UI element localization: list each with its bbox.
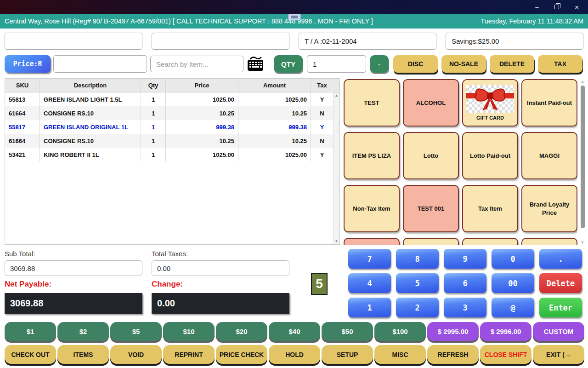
product-button-brand-loyalty-price[interactable]: Brand Loyalty Price bbox=[521, 185, 577, 232]
numpad-key-1[interactable]: 1 bbox=[348, 298, 391, 317]
product-button-blank[interactable] bbox=[403, 238, 459, 245]
column-header-price[interactable]: Price bbox=[166, 79, 238, 92]
cell-amount: 10.25 bbox=[238, 134, 311, 148]
product-button-item-ps-liza[interactable]: ITEM PS LIZA bbox=[344, 132, 400, 179]
product-button-tax-item[interactable]: Tax Item bbox=[462, 185, 518, 232]
action-button-exit[interactable]: EXIT(→ bbox=[533, 345, 584, 364]
numpad-key-00[interactable]: 00 bbox=[492, 273, 534, 293]
restore-icon[interactable] bbox=[554, 5, 559, 9]
grid-scroll-thumb[interactable] bbox=[581, 86, 585, 228]
column-header-sku[interactable]: SKU bbox=[5, 79, 40, 92]
product-label: GIFT CARD bbox=[476, 115, 504, 121]
denom-button-50[interactable]: $50 bbox=[322, 322, 373, 341]
denom-button-2995-00[interactable]: $ 2995.00 bbox=[427, 322, 479, 341]
cell-description: CONSIGNE RS.10 bbox=[40, 106, 141, 120]
action-button-setup[interactable]: SETUP bbox=[322, 345, 373, 364]
table-row[interactable]: 53421KING ROBERT II 1L11025.001025.00Y bbox=[5, 148, 339, 161]
denom-button-1[interactable]: $1 bbox=[5, 322, 56, 341]
numpad-key-[interactable]: . bbox=[539, 249, 582, 269]
no-sale-button[interactable]: NO-SALE bbox=[441, 55, 486, 73]
action-button-close-shift[interactable]: CLOSE SHIFT bbox=[480, 345, 531, 364]
denom-button-2[interactable]: $2 bbox=[57, 322, 109, 341]
cell-description: GREEN ISLAND ORIGINAL 1L bbox=[40, 120, 141, 134]
product-button-maggi[interactable]: MAGGI bbox=[521, 132, 577, 179]
table-row[interactable]: 61664CONSIGNE RS.10110.2510.25N bbox=[5, 106, 339, 120]
denom-button-20[interactable]: $20 bbox=[216, 322, 267, 341]
numpad-key-[interactable]: @ bbox=[492, 298, 534, 317]
transaction-field[interactable] bbox=[299, 33, 436, 50]
table-row[interactable]: 55813GREEN ISLAND LIGHT 1.5L11025.001025… bbox=[5, 92, 339, 106]
action-button-price-check[interactable]: PRICE CHECK bbox=[216, 345, 267, 364]
denom-button-100[interactable]: $100 bbox=[374, 322, 426, 341]
grid-scroll-up-icon[interactable]: ▲ bbox=[581, 79, 585, 84]
table-row[interactable]: 61664CONSIGNE RS.10110.2510.25N bbox=[5, 134, 339, 148]
disc-button[interactable]: DISC bbox=[393, 55, 438, 73]
price-mode-button[interactable]: Price:R bbox=[5, 55, 51, 73]
search-input[interactable] bbox=[150, 56, 243, 72]
sub-total-field[interactable] bbox=[5, 260, 142, 276]
numpad-key-5[interactable]: 5 bbox=[396, 273, 439, 293]
action-button-hold[interactable]: HOLD bbox=[269, 345, 320, 364]
product-button-test[interactable]: TEST bbox=[344, 79, 400, 126]
cell-sku: 61664 bbox=[5, 134, 40, 148]
grid-scrollbar[interactable]: ▲ ▼ bbox=[580, 79, 585, 245]
denom-button-2996-00[interactable]: $ 2996.00 bbox=[480, 322, 531, 341]
sale-items-table: SKUDescriptionQtyPriceAmountTax 55813GRE… bbox=[5, 78, 340, 245]
denom-button-5[interactable]: $5 bbox=[110, 322, 162, 341]
action-button-reprint[interactable]: REPRINT bbox=[163, 345, 215, 364]
product-button-lotto-paid-out[interactable]: Lotto Paid-out bbox=[462, 132, 518, 179]
minus-button[interactable]: - bbox=[370, 55, 389, 73]
column-header-description[interactable]: Description bbox=[40, 79, 141, 92]
numpad-key-9[interactable]: 9 bbox=[444, 249, 486, 269]
column-header-tax[interactable]: Tax bbox=[311, 79, 333, 92]
close-icon[interactable]: × bbox=[575, 4, 579, 11]
price-input[interactable] bbox=[53, 55, 147, 73]
action-button-void[interactable]: VOID bbox=[110, 345, 162, 364]
numpad-key-enter[interactable]: Enter bbox=[539, 298, 582, 317]
mini-toolbar-widget[interactable] bbox=[288, 14, 301, 20]
scroll-down-icon[interactable]: ▼ bbox=[335, 239, 339, 243]
minimize-icon[interactable]: − bbox=[535, 4, 539, 11]
action-button-refresh[interactable]: REFRESH bbox=[427, 345, 479, 364]
column-header-qty[interactable]: Qty bbox=[141, 79, 166, 92]
product-button-blank[interactable] bbox=[521, 238, 577, 245]
product-button-lotto[interactable]: Lotto bbox=[403, 132, 459, 179]
numpad-key-delete[interactable]: Delete bbox=[539, 273, 582, 293]
product-button-non-tax-item[interactable]: Non-Tax Item bbox=[344, 185, 400, 232]
action-row: CHECK OUTITEMSVOIDREPRINTPRICE CHECKHOLD… bbox=[5, 345, 584, 364]
qty-input[interactable] bbox=[307, 55, 366, 73]
action-button-items[interactable]: ITEMS bbox=[57, 345, 109, 364]
savings-field[interactable] bbox=[446, 33, 583, 50]
numpad-key-8[interactable]: 8 bbox=[396, 249, 439, 269]
product-button-alcohol[interactable]: ALCOHOL bbox=[403, 79, 459, 126]
action-button-check-out[interactable]: CHECK OUT bbox=[5, 345, 56, 364]
product-button-blank[interactable] bbox=[344, 238, 400, 245]
customer-field-2[interactable] bbox=[152, 33, 289, 50]
customer-field-1[interactable] bbox=[5, 33, 142, 50]
grid-scroll-down-icon[interactable]: ▼ bbox=[581, 240, 585, 245]
denom-button-10[interactable]: $10 bbox=[163, 322, 215, 341]
total-taxes-field[interactable] bbox=[152, 260, 289, 276]
scroll-up-icon[interactable]: ▲ bbox=[335, 93, 339, 98]
numpad-key-4[interactable]: 4 bbox=[348, 273, 391, 293]
product-button-instant-paid-out[interactable]: Instant Paid-out bbox=[521, 79, 577, 126]
keyboard-icon[interactable] bbox=[247, 56, 264, 72]
action-button-misc[interactable]: MISC bbox=[374, 345, 426, 364]
cell-sku: 55817 bbox=[5, 120, 40, 134]
numpad-key-7[interactable]: 7 bbox=[348, 249, 391, 269]
product-button-blank[interactable] bbox=[462, 238, 518, 245]
numpad-key-2[interactable]: 2 bbox=[396, 298, 439, 317]
numpad-key-3[interactable]: 3 bbox=[444, 298, 486, 317]
product-button-test-001[interactable]: TEST 001 bbox=[403, 185, 459, 232]
numpad-key-6[interactable]: 6 bbox=[444, 273, 486, 293]
product-button-gift-card[interactable]: GIFT CARD bbox=[462, 79, 518, 126]
denom-button-custom[interactable]: CUSTOM bbox=[533, 322, 584, 341]
tax-button[interactable]: TAX bbox=[538, 55, 582, 73]
denom-button-40[interactable]: $40 bbox=[269, 322, 320, 341]
delete-line-button[interactable]: DELETE bbox=[490, 55, 534, 73]
numpad-key-0[interactable]: 0 bbox=[492, 249, 534, 269]
column-header-amount[interactable]: Amount bbox=[238, 79, 311, 92]
table-scrollbar[interactable]: ▲ ▼ bbox=[333, 92, 339, 244]
table-row[interactable]: 55817GREEN ISLAND ORIGINAL 1L1999.38999.… bbox=[5, 120, 339, 134]
qty-button[interactable]: QTY bbox=[274, 55, 303, 73]
